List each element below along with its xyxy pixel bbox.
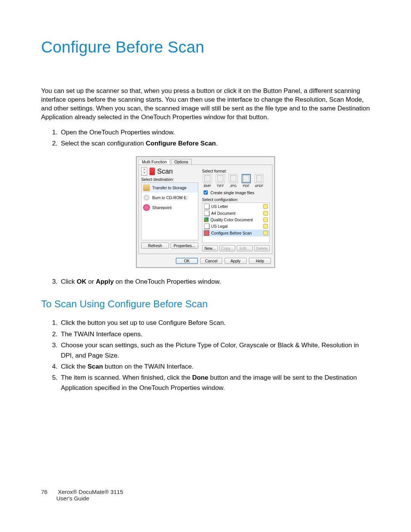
dest-label: Transfer to Storage: [152, 185, 186, 190]
apply-button[interactable]: Apply: [225, 258, 247, 264]
cfg-label: Quality Color Document: [210, 217, 253, 222]
cfg-label: A4 Document: [211, 211, 236, 216]
select-configuration-label: Select configuration:: [202, 197, 270, 202]
format-label: BMP: [202, 184, 213, 188]
step-b2: The TWAIN Interface opens.: [59, 329, 370, 339]
step-a3-t3: on the OneTouch Properties window.: [114, 278, 221, 285]
delete-button[interactable]: Delete: [254, 245, 270, 251]
edit-button[interactable]: Edit...: [237, 245, 253, 251]
cfg-us-letter[interactable]: US Letter: [202, 203, 269, 210]
cfg-us-legal[interactable]: US Legal: [202, 223, 269, 230]
tab-options[interactable]: Options: [171, 159, 191, 165]
page-icon: [204, 211, 209, 216]
ok-button[interactable]: OK: [176, 258, 198, 264]
dest-sharepoint[interactable]: Sharepoint: [142, 203, 198, 212]
subheading: To Scan Using Configure Before Scan: [41, 298, 370, 310]
onetouch-dialog: Multi Function Options ▲▼ Scan Select de…: [136, 156, 275, 268]
step-b5-done: Done: [192, 374, 209, 381]
page-icon: [204, 224, 209, 229]
steps-list-a: Open the OneTouch Properties window. Sel…: [41, 127, 370, 149]
cfg-label: US Letter: [211, 204, 228, 209]
steps-list-a-cont: Click OK or Apply on the OneTouch Proper…: [41, 276, 370, 287]
button-spinner[interactable]: ▲▼: [141, 167, 147, 176]
destination-list[interactable]: Transfer to Storage Burn to CD-ROM E: Sh…: [141, 182, 198, 240]
lock-icon: [263, 204, 268, 209]
step-a1: Open the OneTouch Properties window.: [59, 127, 370, 137]
step-a2-pre: Select the scan configuration: [61, 140, 146, 147]
configure-icon: [204, 230, 209, 236]
step-b4: Click the Scan button on the TWAIN Inter…: [59, 361, 370, 372]
lock-icon: [263, 211, 268, 216]
step-a3: Click OK or Apply on the OneTouch Proper…: [59, 276, 370, 287]
storage-icon: [143, 184, 150, 191]
footer-line2: User's Guide: [56, 495, 89, 502]
format-label: PDF: [241, 184, 252, 188]
format-spdf[interactable]: sPDF: [254, 174, 264, 188]
dest-burn-cd[interactable]: Burn to CD-ROM E:: [142, 193, 198, 203]
dest-label: Burn to CD-ROM E:: [152, 195, 188, 200]
tab-multi-function[interactable]: Multi Function: [139, 159, 170, 165]
step-b3: Choose your scan settings, such as the P…: [59, 340, 370, 361]
step-a3-t1: Click: [61, 278, 77, 285]
step-b5-t1: The item is scanned. When finished, clic…: [61, 374, 192, 381]
sharepoint-icon: [143, 204, 150, 211]
page-number: 76: [41, 489, 56, 495]
cd-icon: [143, 194, 150, 201]
format-label: JPG: [228, 184, 239, 188]
cfg-configure-before-scan[interactable]: Configure Before Scan: [202, 230, 269, 236]
configuration-list[interactable]: US Letter A4 Document Quality Color Docu…: [202, 203, 270, 243]
dest-transfer-storage[interactable]: Transfer to Storage: [142, 183, 198, 193]
format-bmp[interactable]: BMP: [202, 174, 213, 188]
new-button[interactable]: New...: [202, 245, 218, 251]
step-a2: Select the scan configuration Configure …: [59, 138, 370, 149]
create-single-label: Create single image files: [210, 190, 254, 195]
cancel-button[interactable]: Cancel: [200, 258, 222, 264]
create-single-input[interactable]: [204, 190, 208, 195]
step-a2-post: .: [216, 140, 218, 147]
cfg-a4[interactable]: A4 Document: [202, 210, 269, 217]
step-a3-t2: or: [86, 278, 96, 285]
step-a3-ok: OK: [77, 278, 87, 285]
steps-list-b: Click the button you set up to use Confi…: [41, 318, 370, 393]
lock-icon: [263, 224, 268, 228]
step-b4-scan: Scan: [88, 363, 103, 370]
format-label: sPDF: [254, 184, 264, 188]
copy-button[interactable]: Copy...: [220, 245, 236, 251]
create-single-checkbox[interactable]: Create single image files: [202, 189, 270, 196]
cfg-label: US Legal: [211, 224, 228, 228]
select-destination-label: Select destination:: [141, 177, 198, 182]
footer-line1: Xerox® DocuMate® 3115: [58, 489, 123, 495]
step-a3-apply: Apply: [96, 278, 114, 285]
cfg-label: Configure Before Scan: [211, 231, 252, 235]
page-title: Configure Before Scan: [41, 38, 370, 56]
refresh-button[interactable]: Refresh: [141, 243, 169, 249]
format-row: BMP TIFF JPG PDF sPDF: [202, 174, 270, 188]
cfg-quality-color[interactable]: Quality Color Document: [202, 217, 269, 223]
page-footer: 76 Xerox® DocuMate® 3115 User's Guide: [41, 489, 123, 502]
format-label: TIFF: [215, 184, 226, 188]
dest-label: Sharepoint: [152, 205, 172, 210]
format-tiff[interactable]: TIFF: [215, 174, 226, 188]
scan-mode-label: Scan: [157, 168, 173, 176]
intro-paragraph: You can set up the scanner so that, when…: [41, 87, 370, 122]
format-jpg[interactable]: JPG: [228, 174, 239, 188]
lock-icon: [263, 231, 268, 235]
format-pdf[interactable]: PDF: [241, 174, 252, 188]
page-icon: [204, 204, 209, 209]
step-b4-t2: button on the TWAIN Interface.: [103, 363, 194, 370]
color-icon: [204, 217, 209, 222]
help-button[interactable]: Help: [249, 258, 271, 264]
step-a2-bold: Configure Before Scan: [146, 140, 216, 147]
lock-icon: [263, 217, 268, 222]
step-b5: The item is scanned. When finished, clic…: [59, 372, 370, 393]
step-b1: Click the button you set up to use Confi…: [59, 318, 370, 328]
step-b4-t1: Click the: [61, 363, 88, 370]
select-format-label: Select format:: [202, 169, 270, 173]
scan-icon: [150, 168, 155, 175]
properties-button[interactable]: Properties...: [170, 243, 198, 249]
